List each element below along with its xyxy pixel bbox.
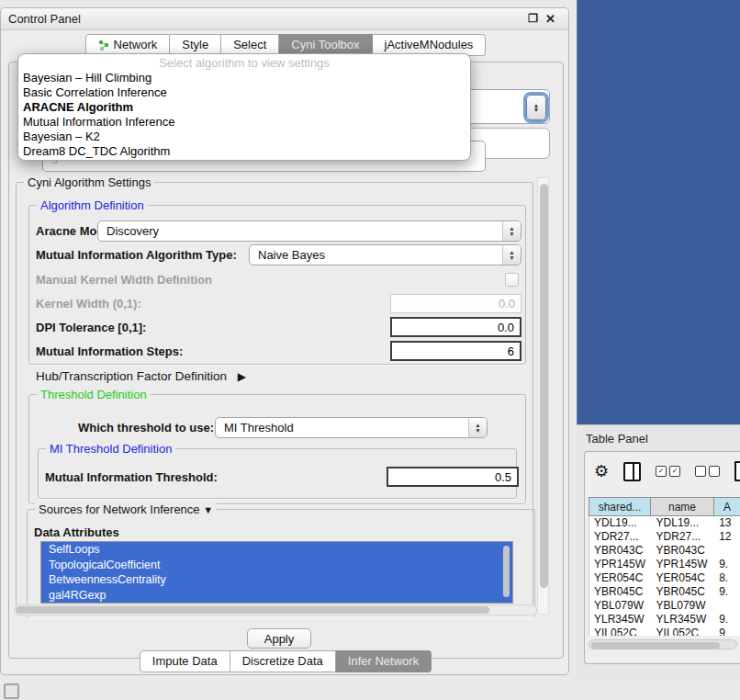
table-cell: 9. [714,585,740,599]
table-cell: 12 [714,530,740,544]
algorithm-option[interactable]: Basic Correlation Inference [18,85,470,100]
mi-type-label: Mutual Information Algorithm Type: [36,248,237,262]
tab-label: Style [182,35,208,55]
algorithm-option[interactable]: ARACNE Algorithm [18,100,470,115]
split-columns-icon[interactable] [623,462,641,481]
mi-threshold-label: Mutual Information Threshold: [45,470,218,484]
gear-icon[interactable]: ⚙ [594,463,609,480]
settings-horizontal-scrollbar[interactable] [14,604,537,615]
kernel-width-field[interactable]: 0.0 [390,294,521,313]
table-cell: YDL19... [589,516,652,530]
mi-type-combobox[interactable]: Naive Bayes ▲▼ [249,244,521,265]
algorithm-dropdown-popup: Select algorithm to view settings Bayesi… [17,53,471,161]
attribute-list-item[interactable]: BetweennessCentrality [41,572,512,588]
table-cell: YBR043C [652,544,715,558]
tab-label: Network [114,35,158,55]
panel-title: Control Panel [8,12,81,26]
table-cell [714,599,740,613]
table-cell: YER054C [652,571,715,585]
table-row[interactable]: YBL079WYBL079W [589,599,740,613]
group-title: Cyni Algorithm Settings [24,175,154,189]
table-cell: YBL079W [589,599,652,613]
aracne-mode-value: Discovery [107,221,159,241]
table-row[interactable]: YDL19...YDL19...13 [589,516,740,530]
hub-definition-toggle[interactable]: Hub/Transcription Factor Definition ▶ [36,369,246,383]
table-row[interactable]: YPR145WYPR145W9. [589,558,740,571]
export-table-icon[interactable] [734,461,740,481]
table-horizontal-scrollbar[interactable] [589,639,737,649]
float-panel-icon[interactable]: ❐ [528,12,538,25]
combobox-stepper-focused[interactable]: ▲▼ [526,95,546,120]
algorithm-option[interactable]: Bayesian – K2 [18,130,470,144]
table-row[interactable]: YBR045CYBR045C9. [589,585,740,599]
settings-vertical-scrollbar[interactable] [537,177,549,615]
tab-infer-network[interactable]: Infer Network [336,650,432,672]
tab-discretize-data[interactable]: Discretize Data [230,650,336,672]
table-row[interactable]: YLR345WYLR345W9. [589,613,740,627]
algorithm-option[interactable]: Dream8 DC_TDC Algorithm [18,144,470,159]
table-cell: YBR045C [589,585,652,599]
collapsed-arrow-icon: ▶ [238,370,246,383]
table-panel-title: Table Panel [586,432,648,446]
screen: Control Panel ❐ ✕ NetworkStyleSelectCyni… [0,0,740,700]
table-row[interactable]: YDR27...YDR27...12 [589,530,740,544]
node-table: shared...nameA YDL19...YDL19...13YDR27..… [589,497,740,636]
manual-kernel-checkbox[interactable] [505,273,519,287]
data-attributes-list[interactable]: SelfLoopsTopologicalCoefficientBetweenne… [40,541,513,604]
select-all-columns-icon[interactable]: ✓✓ [656,466,680,477]
combobox-stepper[interactable]: ▲▼ [502,221,521,241]
which-threshold-label: Which threshold to use: [78,421,214,435]
tab-label: Impute Data [152,651,218,672]
table-cell: YER054C [589,571,652,585]
algorithm-options-list: Bayesian – Hill ClimbingBasic Correlatio… [18,71,470,159]
dpi-tolerance-label: DPI Tolerance [0,1]: [36,321,146,334]
dpi-tolerance-field[interactable]: 0.0 [390,317,521,337]
table-row[interactable]: YIL052CYIL052C9 [589,627,740,636]
table-cell: YIL052C [589,627,652,636]
scrollbar-thumb[interactable] [16,606,489,614]
minimized-panel-icon[interactable] [4,683,19,699]
close-panel-icon[interactable]: ✕ [545,12,555,26]
scrollbar-thumb[interactable] [591,642,720,649]
network-icon [98,40,109,51]
sources-title: Sources for Network Inference [39,502,200,516]
attribute-list-item[interactable]: TopologicalCoefficient [41,558,512,573]
list-scrollbar-thumb[interactable] [503,546,510,597]
column-header[interactable]: shared... [589,497,651,516]
table-cell: YDL19... [652,516,715,530]
table-cell: YLR345W [589,613,652,627]
algorithm-option[interactable]: Bayesian – Hill Climbing [18,71,470,85]
attribute-list-item[interactable]: gal4RGexp [41,588,512,604]
popup-placeholder: Select algorithm to view settings [18,55,470,71]
table-row[interactable]: YBR043CYBR043C [589,544,740,558]
table-cell: YPR145W [652,558,715,571]
table-cell: 8. [714,571,740,585]
column-header[interactable]: name [651,497,714,516]
aracne-mode-combobox[interactable]: Discovery ▲▼ [97,220,521,242]
table-row[interactable]: YER054CYER054C8. [589,571,740,585]
apply-button[interactable]: Apply [247,628,311,649]
table-panel-section: Table Panel ⚙ ✓✓ shared...nameA YDL19...… [577,424,740,681]
table-cell: 9. [714,613,740,627]
table-cell: YBL079W [652,599,715,613]
node-table-box: ⚙ ✓✓ shared...nameA YDL19...YDL19...13YD… [584,451,740,664]
mi-steps-field[interactable]: 6 [390,341,521,361]
tab-impute-data[interactable]: Impute Data [140,650,230,672]
combobox-stepper[interactable]: ▲▼ [468,418,487,437]
algorithm-option[interactable]: Mutual Information Inference [18,115,470,130]
table-cell: YDR27... [652,530,715,544]
scrollbar-thumb[interactable] [540,184,548,588]
tab-label: Select [233,35,266,55]
mi-threshold-field[interactable]: 0.5 [387,467,519,487]
table-cell: YDR27... [589,530,652,544]
which-threshold-combobox[interactable]: MI Threshold ▲▼ [215,417,488,438]
sources-toggle[interactable]: Sources for Network Inference ▼ [35,502,217,516]
table-cell: 9. [714,558,740,571]
attribute-list-item[interactable]: SelfLoops [41,542,512,558]
kernel-width-label: Kernel Width (0,1): [36,297,141,310]
tab-label: Cyni Toolbox [291,35,359,55]
manual-kernel-label: Manual Kernel Width Definition [36,273,212,287]
combobox-stepper[interactable]: ▲▼ [502,245,521,265]
deselect-all-columns-icon[interactable] [695,466,720,477]
column-header[interactable]: A [714,497,740,516]
